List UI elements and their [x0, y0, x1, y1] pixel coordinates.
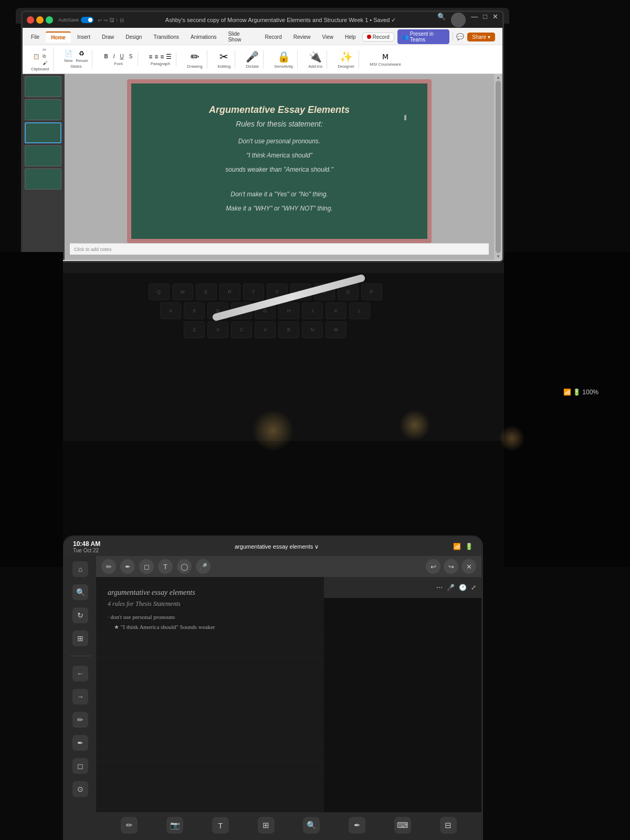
tablet-bottom-4[interactable]: ⊞: [258, 817, 275, 834]
reuse-slides-icon[interactable]: ♻: [79, 50, 85, 57]
key-b[interactable]: B: [278, 321, 299, 338]
tab-design[interactable]: Design: [120, 32, 147, 42]
key-c[interactable]: C: [231, 321, 252, 338]
maximize-button-app[interactable]: [46, 16, 53, 24]
tablet-back-btn[interactable]: ←: [72, 666, 88, 681]
format-painter-icon[interactable]: 🖌: [43, 60, 47, 66]
tab-home[interactable]: Home: [46, 32, 71, 43]
tablet-grid-btn[interactable]: ⊞: [72, 631, 88, 646]
align-left-icon[interactable]: ≡: [149, 53, 152, 60]
copy-icon[interactable]: ⧉: [43, 54, 47, 59]
addins-icon[interactable]: 🔌: [309, 50, 322, 63]
record-button[interactable]: Record: [362, 33, 394, 41]
tablet-eraser-btn[interactable]: ◻: [72, 758, 88, 774]
tablet-redo-btn[interactable]: ↪: [444, 559, 458, 574]
key-r[interactable]: R: [219, 284, 240, 300]
key-z[interactable]: Z: [184, 321, 205, 338]
tablet-pencil-btn[interactable]: ✒: [72, 735, 88, 751]
search-icon[interactable]: 🔍: [437, 13, 446, 27]
restore-icon[interactable]: □: [483, 13, 487, 27]
tablet-tool-4[interactable]: T: [158, 559, 173, 574]
slide-thumb-38[interactable]: [25, 145, 61, 166]
key-w[interactable]: W: [172, 284, 193, 300]
tablet-search-btn[interactable]: 🔍: [72, 584, 88, 600]
tablet-forward-btn[interactable]: →: [72, 689, 88, 705]
tablet-tool-2[interactable]: ✒: [120, 559, 135, 574]
share-button[interactable]: Share ▾: [467, 33, 495, 41]
tablet-tool-1[interactable]: ✏: [101, 559, 116, 574]
bold-btn[interactable]: B: [104, 54, 108, 59]
tablet-note-area[interactable]: argumentative essay elements 4 rules for…: [96, 577, 324, 812]
tablet-home-btn[interactable]: ⌂: [72, 561, 88, 577]
slide-thumb-36[interactable]: [25, 99, 61, 120]
tab-slideshow[interactable]: Slide Show: [223, 29, 258, 45]
tab-review[interactable]: Review: [288, 32, 316, 42]
designer-icon[interactable]: ✨: [340, 50, 353, 63]
slide-thumb-35[interactable]: [25, 76, 61, 97]
tab-draw[interactable]: Draw: [97, 32, 119, 42]
italic-btn[interactable]: I: [113, 54, 115, 59]
key-n[interactable]: N: [302, 321, 323, 338]
notes-placeholder[interactable]: Click to add notes: [74, 247, 112, 252]
tablet-bottom-8[interactable]: ⊟: [440, 817, 457, 834]
key-e[interactable]: E: [196, 284, 217, 300]
sensitivity-icon[interactable]: 🔒: [277, 50, 290, 63]
key-p[interactable]: P: [361, 284, 382, 300]
key-h[interactable]: H: [278, 302, 299, 319]
msi-icon[interactable]: Ⅿ: [382, 52, 388, 61]
slide-frame[interactable]: Argumentative Essay Elements Rules for t…: [127, 79, 432, 243]
tab-record-menu[interactable]: Record: [259, 32, 287, 42]
tablet-bottom-5[interactable]: 🔍: [303, 817, 320, 834]
tablet-tool-6[interactable]: 🎤: [196, 559, 211, 574]
cut-icon[interactable]: ✂: [43, 47, 47, 52]
minimize-icon[interactable]: —: [471, 13, 478, 27]
autosave-toggle[interactable]: [81, 17, 93, 23]
tablet-mic-icon[interactable]: 🎤: [447, 584, 455, 591]
tablet-bottom-6[interactable]: ✒: [349, 817, 365, 834]
tab-file[interactable]: File: [26, 32, 45, 42]
key-q[interactable]: Q: [149, 284, 170, 300]
tablet-tool-5[interactable]: ◯: [177, 559, 192, 574]
key-l[interactable]: L: [349, 302, 370, 319]
key-x[interactable]: X: [207, 321, 228, 338]
close-icon[interactable]: ✕: [492, 13, 498, 27]
tablet-bottom-3[interactable]: T: [212, 817, 229, 834]
align-right-icon[interactable]: ≡: [160, 53, 164, 60]
key-v[interactable]: V: [255, 321, 276, 338]
drawing-icon[interactable]: ✏: [191, 50, 200, 63]
slide-thumb-39[interactable]: [25, 169, 61, 190]
tablet-close-btn[interactable]: ✕: [461, 559, 476, 574]
key-m[interactable]: M: [326, 321, 346, 338]
new-slide-icon[interactable]: 📄: [65, 50, 72, 57]
underline-btn[interactable]: U: [120, 54, 123, 59]
tablet-refresh-btn[interactable]: ↻: [72, 607, 88, 623]
tablet-clock-icon[interactable]: 🕐: [459, 584, 467, 591]
tab-help[interactable]: Help: [340, 32, 361, 42]
present-in-teams-button[interactable]: 👥 Present in Teams: [397, 29, 450, 44]
tab-animations[interactable]: Animations: [185, 32, 222, 42]
key-j[interactable]: J: [302, 302, 323, 319]
tablet-bottom-1[interactable]: ✏: [121, 817, 138, 834]
dictate-icon[interactable]: 🎤: [246, 50, 259, 63]
key-s[interactable]: S: [184, 302, 205, 319]
tablet-pen-btn[interactable]: ✏: [72, 712, 88, 728]
tablet-bottom-2[interactable]: 📷: [166, 817, 183, 834]
tablet-lasso-btn[interactable]: ⊙: [72, 781, 88, 797]
tab-insert[interactable]: Insert: [72, 32, 96, 42]
tablet-tool-3[interactable]: ◻: [139, 559, 154, 574]
editing-icon[interactable]: ✂: [219, 50, 228, 63]
strikethrough-btn[interactable]: S: [129, 54, 133, 59]
tab-view[interactable]: View: [317, 32, 339, 42]
slide-thumb-37[interactable]: [25, 122, 61, 143]
minimize-button-app[interactable]: [36, 16, 44, 24]
tablet-more-icon[interactable]: ⋯: [436, 584, 443, 591]
tablet-doc-title[interactable]: argumentative essay elements ∨: [104, 543, 449, 550]
key-k[interactable]: K: [326, 302, 346, 319]
close-button-app[interactable]: [27, 16, 34, 24]
bullets-icon[interactable]: ☰: [166, 53, 172, 60]
key-a[interactable]: A: [160, 302, 181, 319]
tab-transitions[interactable]: Transitions: [148, 32, 184, 42]
tablet-undo-btn[interactable]: ↩: [426, 559, 440, 574]
paste-icon[interactable]: 📋: [33, 54, 39, 59]
comment-icon[interactable]: 💬: [456, 33, 464, 40]
